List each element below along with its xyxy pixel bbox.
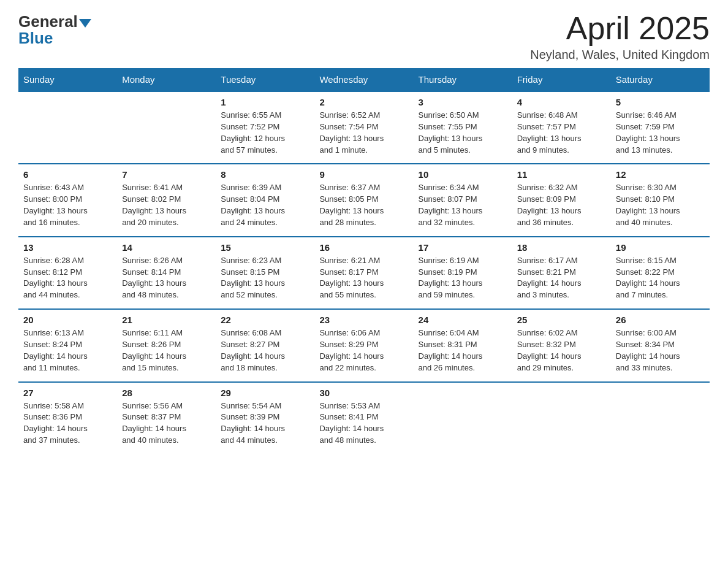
day-info: Sunrise: 6:15 AMSunset: 8:22 PMDaylight:… bbox=[616, 255, 705, 301]
day-number: 30 bbox=[319, 388, 408, 398]
calendar-cell: 6Sunrise: 6:43 AMSunset: 8:00 PMDaylight… bbox=[18, 164, 117, 236]
calendar-cell: 13Sunrise: 6:28 AMSunset: 8:12 PMDayligh… bbox=[18, 237, 117, 309]
day-info: Sunrise: 6:52 AMSunset: 7:54 PMDaylight:… bbox=[319, 110, 408, 156]
day-info: Sunrise: 6:08 AMSunset: 8:27 PMDaylight:… bbox=[221, 327, 309, 373]
day-info: Sunrise: 6:50 AMSunset: 7:55 PMDaylight:… bbox=[419, 110, 507, 156]
day-number: 8 bbox=[221, 169, 309, 180]
calendar-cell: 30Sunrise: 5:53 AMSunset: 8:41 PMDayligh… bbox=[314, 382, 413, 454]
week-row-1: 1Sunrise: 6:55 AMSunset: 7:52 PMDaylight… bbox=[18, 91, 710, 164]
day-number: 14 bbox=[122, 242, 211, 253]
day-info: Sunrise: 6:23 AMSunset: 8:15 PMDaylight:… bbox=[221, 255, 309, 301]
calendar-cell: 24Sunrise: 6:04 AMSunset: 8:31 PMDayligh… bbox=[414, 309, 512, 381]
calendar-cell: 5Sunrise: 6:46 AMSunset: 7:59 PMDaylight… bbox=[611, 91, 710, 164]
calendar-cell: 27Sunrise: 5:58 AMSunset: 8:36 PMDayligh… bbox=[18, 382, 117, 454]
day-info: Sunrise: 5:58 AMSunset: 8:36 PMDaylight:… bbox=[23, 400, 112, 446]
day-number: 21 bbox=[122, 315, 211, 325]
day-number: 25 bbox=[517, 315, 606, 325]
calendar-cell: 9Sunrise: 6:37 AMSunset: 8:05 PMDaylight… bbox=[314, 164, 413, 236]
calendar-cell bbox=[414, 382, 512, 454]
day-info: Sunrise: 6:04 AMSunset: 8:31 PMDaylight:… bbox=[419, 327, 507, 373]
calendar-cell: 4Sunrise: 6:48 AMSunset: 7:57 PMDaylight… bbox=[512, 91, 611, 164]
page-header: General Blue April 2025 Neyland, Wales, … bbox=[18, 12, 710, 62]
day-number: 29 bbox=[221, 388, 309, 398]
day-number: 15 bbox=[221, 242, 309, 253]
calendar-cell: 16Sunrise: 6:21 AMSunset: 8:17 PMDayligh… bbox=[314, 237, 413, 309]
day-info: Sunrise: 6:43 AMSunset: 8:00 PMDaylight:… bbox=[23, 182, 112, 228]
day-number: 22 bbox=[221, 315, 309, 325]
day-number: 10 bbox=[419, 169, 507, 180]
day-info: Sunrise: 6:48 AMSunset: 7:57 PMDaylight:… bbox=[517, 110, 606, 156]
calendar-cell: 10Sunrise: 6:34 AMSunset: 8:07 PMDayligh… bbox=[414, 164, 512, 236]
day-info: Sunrise: 6:37 AMSunset: 8:05 PMDaylight:… bbox=[319, 182, 408, 228]
week-row-3: 13Sunrise: 6:28 AMSunset: 8:12 PMDayligh… bbox=[18, 237, 710, 309]
day-number: 26 bbox=[616, 315, 705, 325]
calendar-cell: 28Sunrise: 5:56 AMSunset: 8:37 PMDayligh… bbox=[117, 382, 216, 454]
day-number: 20 bbox=[23, 315, 112, 325]
day-number: 27 bbox=[23, 388, 112, 398]
calendar-cell: 17Sunrise: 6:19 AMSunset: 8:19 PMDayligh… bbox=[414, 237, 512, 309]
day-info: Sunrise: 6:30 AMSunset: 8:10 PMDaylight:… bbox=[616, 182, 705, 228]
day-number: 17 bbox=[419, 242, 507, 253]
day-number: 11 bbox=[517, 169, 606, 180]
calendar-cell: 1Sunrise: 6:55 AMSunset: 7:52 PMDaylight… bbox=[216, 91, 314, 164]
calendar-cell: 19Sunrise: 6:15 AMSunset: 8:22 PMDayligh… bbox=[611, 237, 710, 309]
week-row-5: 27Sunrise: 5:58 AMSunset: 8:36 PMDayligh… bbox=[18, 382, 710, 454]
calendar-cell: 18Sunrise: 6:17 AMSunset: 8:21 PMDayligh… bbox=[512, 237, 611, 309]
day-number: 9 bbox=[319, 169, 408, 180]
day-info: Sunrise: 6:28 AMSunset: 8:12 PMDaylight:… bbox=[23, 255, 112, 301]
calendar-cell: 2Sunrise: 6:52 AMSunset: 7:54 PMDaylight… bbox=[314, 91, 413, 164]
week-row-2: 6Sunrise: 6:43 AMSunset: 8:00 PMDaylight… bbox=[18, 164, 710, 236]
calendar-cell: 15Sunrise: 6:23 AMSunset: 8:15 PMDayligh… bbox=[216, 237, 314, 309]
day-info: Sunrise: 6:34 AMSunset: 8:07 PMDaylight:… bbox=[419, 182, 507, 228]
weekday-header-sunday: Sunday bbox=[18, 68, 117, 91]
calendar-cell: 22Sunrise: 6:08 AMSunset: 8:27 PMDayligh… bbox=[216, 309, 314, 381]
day-info: Sunrise: 6:32 AMSunset: 8:09 PMDaylight:… bbox=[517, 182, 606, 228]
calendar-cell bbox=[611, 382, 710, 454]
day-number: 1 bbox=[221, 97, 309, 107]
calendar-cell: 3Sunrise: 6:50 AMSunset: 7:55 PMDaylight… bbox=[414, 91, 512, 164]
day-info: Sunrise: 6:06 AMSunset: 8:29 PMDaylight:… bbox=[319, 327, 408, 373]
weekday-header-thursday: Thursday bbox=[414, 68, 512, 91]
day-info: Sunrise: 6:11 AMSunset: 8:26 PMDaylight:… bbox=[122, 327, 211, 373]
day-info: Sunrise: 5:54 AMSunset: 8:39 PMDaylight:… bbox=[221, 400, 309, 446]
day-info: Sunrise: 6:26 AMSunset: 8:14 PMDaylight:… bbox=[122, 255, 211, 301]
day-number: 13 bbox=[23, 242, 112, 253]
day-number: 5 bbox=[616, 97, 705, 107]
day-info: Sunrise: 6:55 AMSunset: 7:52 PMDaylight:… bbox=[221, 110, 309, 156]
calendar-cell: 20Sunrise: 6:13 AMSunset: 8:24 PMDayligh… bbox=[18, 309, 117, 381]
calendar-cell: 25Sunrise: 6:02 AMSunset: 8:32 PMDayligh… bbox=[512, 309, 611, 381]
calendar-cell: 11Sunrise: 6:32 AMSunset: 8:09 PMDayligh… bbox=[512, 164, 611, 236]
week-row-4: 20Sunrise: 6:13 AMSunset: 8:24 PMDayligh… bbox=[18, 309, 710, 381]
day-info: Sunrise: 5:56 AMSunset: 8:37 PMDaylight:… bbox=[122, 400, 211, 446]
title-block: April 2025 Neyland, Wales, United Kingdo… bbox=[530, 12, 710, 62]
day-info: Sunrise: 6:13 AMSunset: 8:24 PMDaylight:… bbox=[23, 327, 112, 373]
day-info: Sunrise: 5:53 AMSunset: 8:41 PMDaylight:… bbox=[319, 400, 408, 446]
day-number: 24 bbox=[419, 315, 507, 325]
day-info: Sunrise: 6:19 AMSunset: 8:19 PMDaylight:… bbox=[419, 255, 507, 301]
location-subtitle: Neyland, Wales, United Kingdom bbox=[530, 48, 710, 62]
calendar-cell bbox=[117, 91, 216, 164]
calendar-cell: 8Sunrise: 6:39 AMSunset: 8:04 PMDaylight… bbox=[216, 164, 314, 236]
day-info: Sunrise: 6:00 AMSunset: 8:34 PMDaylight:… bbox=[616, 327, 705, 373]
calendar-cell: 12Sunrise: 6:30 AMSunset: 8:10 PMDayligh… bbox=[611, 164, 710, 236]
logo-arrow-icon bbox=[79, 19, 91, 28]
calendar-table: SundayMondayTuesdayWednesdayThursdayFrid… bbox=[18, 68, 710, 454]
calendar-cell: 23Sunrise: 6:06 AMSunset: 8:29 PMDayligh… bbox=[314, 309, 413, 381]
weekday-header-monday: Monday bbox=[117, 68, 216, 91]
day-number: 7 bbox=[122, 169, 211, 180]
day-info: Sunrise: 6:21 AMSunset: 8:17 PMDaylight:… bbox=[319, 255, 408, 301]
logo-blue: Blue bbox=[18, 29, 53, 48]
day-info: Sunrise: 6:02 AMSunset: 8:32 PMDaylight:… bbox=[517, 327, 606, 373]
day-number: 16 bbox=[319, 242, 408, 253]
day-number: 3 bbox=[419, 97, 507, 107]
calendar-cell: 14Sunrise: 6:26 AMSunset: 8:14 PMDayligh… bbox=[117, 237, 216, 309]
day-number: 2 bbox=[319, 97, 408, 107]
day-number: 23 bbox=[319, 315, 408, 325]
weekday-header-tuesday: Tuesday bbox=[216, 68, 314, 91]
calendar-cell: 26Sunrise: 6:00 AMSunset: 8:34 PMDayligh… bbox=[611, 309, 710, 381]
weekday-header-friday: Friday bbox=[512, 68, 611, 91]
day-number: 18 bbox=[517, 242, 606, 253]
weekday-header-saturday: Saturday bbox=[611, 68, 710, 91]
day-info: Sunrise: 6:39 AMSunset: 8:04 PMDaylight:… bbox=[221, 182, 309, 228]
calendar-cell: 29Sunrise: 5:54 AMSunset: 8:39 PMDayligh… bbox=[216, 382, 314, 454]
